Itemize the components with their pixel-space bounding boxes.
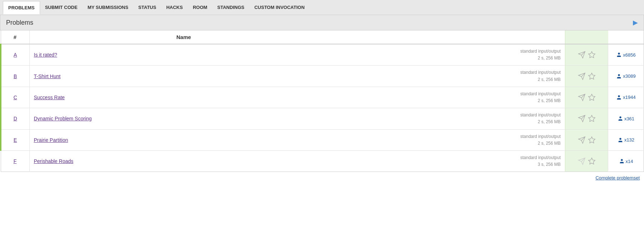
problem-id-link-e[interactable]: E bbox=[14, 137, 17, 143]
col-header-actions bbox=[565, 30, 608, 44]
problem-solvers-a: x6856 bbox=[608, 44, 644, 66]
nav-item-custom-invocation[interactable]: CUSTOM INVOCATION bbox=[249, 1, 309, 14]
problem-meta-b: standard input/output2 s, 256 MB bbox=[338, 66, 565, 87]
problem-meta-c: standard input/output2 s, 256 MB bbox=[338, 87, 565, 108]
problem-meta-d: standard input/output2 s, 256 MB bbox=[338, 108, 565, 129]
nav-bar: PROBLEMSSUBMIT CODEMY SUBMISSIONSSTATUSH… bbox=[0, 0, 644, 15]
problems-title: Problems bbox=[6, 19, 33, 27]
star-icon-b[interactable] bbox=[588, 72, 596, 80]
problem-solvers-b: x3089 bbox=[608, 66, 644, 87]
problem-id-link-b[interactable]: B bbox=[14, 73, 17, 79]
problem-name-link-c[interactable]: Success Rate bbox=[34, 95, 65, 100]
solver-link-b[interactable]: x3089 bbox=[613, 73, 639, 79]
star-icon-f[interactable] bbox=[588, 157, 596, 165]
user-icon-b bbox=[616, 73, 622, 79]
col-header-meta bbox=[338, 30, 565, 44]
problem-actions-f bbox=[565, 150, 608, 172]
solver-count-a: x6856 bbox=[623, 52, 635, 58]
table-row: BT-Shirt Huntstandard input/output2 s, 2… bbox=[1, 66, 644, 87]
svg-point-19 bbox=[619, 138, 621, 140]
send-icon-e[interactable] bbox=[578, 136, 586, 144]
problem-id-link-a[interactable]: A bbox=[14, 52, 17, 58]
svg-marker-2 bbox=[588, 52, 595, 58]
problems-header: Problems ▶ bbox=[0, 15, 644, 30]
col-header-solvers bbox=[608, 30, 644, 44]
svg-point-23 bbox=[621, 159, 623, 161]
nav-item-my-submissions[interactable]: MY SUBMISSIONS bbox=[83, 1, 133, 14]
solver-count-b: x3089 bbox=[623, 73, 635, 79]
svg-point-3 bbox=[618, 53, 620, 54]
problem-actions-a bbox=[565, 44, 608, 66]
problem-actions-d bbox=[565, 108, 608, 129]
user-icon-c bbox=[616, 95, 622, 100]
table-row: FPerishable Roadsstandard input/output3 … bbox=[1, 150, 644, 172]
problem-solvers-e: x132 bbox=[608, 129, 644, 150]
svg-point-11 bbox=[618, 95, 620, 97]
problem-id-link-d[interactable]: D bbox=[14, 116, 17, 121]
table-row: CSuccess Ratestandard input/output2 s, 2… bbox=[1, 87, 644, 108]
complete-problemset-link[interactable]: Complete problemset bbox=[595, 175, 640, 181]
solver-count-c: x1944 bbox=[623, 95, 635, 100]
problem-actions-b bbox=[565, 66, 608, 87]
nav-item-standings[interactable]: STANDINGS bbox=[212, 1, 249, 14]
problem-solvers-c: x1944 bbox=[608, 87, 644, 108]
solver-link-a[interactable]: x6856 bbox=[613, 52, 639, 58]
problem-solvers-d: x361 bbox=[608, 108, 644, 129]
problem-name-link-a[interactable]: Is it rated? bbox=[34, 52, 57, 58]
problem-meta-e: standard input/output2 s, 256 MB bbox=[338, 129, 565, 150]
problem-id-link-c[interactable]: C bbox=[14, 95, 17, 100]
table-row: DDynamic Problem Scoringstandard input/o… bbox=[1, 108, 644, 129]
star-icon-a[interactable] bbox=[588, 51, 596, 59]
solver-link-d[interactable]: x361 bbox=[613, 116, 639, 121]
problem-id-link-f[interactable]: F bbox=[14, 158, 17, 164]
send-icon-a[interactable] bbox=[578, 51, 586, 59]
problem-name-link-b[interactable]: T-Shirt Hunt bbox=[34, 73, 61, 79]
star-icon-d[interactable] bbox=[588, 115, 596, 123]
header-arrow-icon[interactable]: ▶ bbox=[633, 19, 638, 27]
col-header-name: Name bbox=[29, 30, 338, 44]
problems-table: # Name AIs it rated?standard input/outpu… bbox=[0, 30, 644, 172]
nav-item-submit-code[interactable]: SUBMIT CODE bbox=[40, 1, 83, 14]
user-icon-d bbox=[618, 116, 623, 121]
nav-item-hacks[interactable]: HACKS bbox=[161, 1, 188, 14]
svg-marker-14 bbox=[588, 115, 595, 121]
table-row: AIs it rated?standard input/output2 s, 2… bbox=[1, 44, 644, 66]
table-row: EPrairie Partitionstandard input/output2… bbox=[1, 129, 644, 150]
nav-item-problems[interactable]: PROBLEMS bbox=[3, 1, 40, 14]
nav-item-room[interactable]: ROOM bbox=[188, 1, 212, 14]
svg-marker-10 bbox=[588, 94, 595, 100]
solver-count-f: x14 bbox=[626, 159, 633, 164]
star-icon-e[interactable] bbox=[588, 136, 596, 144]
problem-meta-f: standard input/output3 s, 256 MB bbox=[338, 150, 565, 172]
nav-item-status[interactable]: STATUS bbox=[133, 1, 161, 14]
star-icon-c[interactable] bbox=[588, 93, 596, 101]
main-container: Problems ▶ # Name AIs it rated?standard … bbox=[0, 15, 644, 183]
problem-solvers-f: x14 bbox=[608, 150, 644, 172]
problem-name-link-e[interactable]: Prairie Partition bbox=[34, 137, 68, 143]
problem-actions-e bbox=[565, 129, 608, 150]
problem-actions-c bbox=[565, 87, 608, 108]
send-icon-b[interactable] bbox=[578, 72, 586, 80]
user-icon-e bbox=[618, 137, 623, 143]
solver-count-d: x361 bbox=[624, 116, 634, 121]
col-header-hash: # bbox=[1, 30, 29, 44]
solver-link-f[interactable]: x14 bbox=[613, 158, 639, 164]
solver-link-e[interactable]: x132 bbox=[613, 137, 639, 143]
send-icon-d[interactable] bbox=[578, 115, 586, 123]
problem-name-link-f[interactable]: Perishable Roads bbox=[34, 158, 74, 164]
svg-marker-22 bbox=[588, 158, 595, 164]
solver-link-c[interactable]: x1944 bbox=[613, 95, 639, 100]
problem-meta-a: standard input/output2 s, 256 MB bbox=[338, 44, 565, 66]
user-icon-a bbox=[616, 52, 622, 58]
svg-marker-6 bbox=[588, 73, 595, 79]
svg-point-7 bbox=[618, 74, 620, 76]
solver-count-e: x132 bbox=[624, 137, 634, 143]
send-icon-c[interactable] bbox=[578, 93, 586, 101]
send-icon-f[interactable] bbox=[578, 157, 586, 165]
svg-marker-18 bbox=[588, 137, 595, 143]
user-icon-f bbox=[619, 158, 625, 164]
complete-problemset-container: Complete problemset bbox=[0, 172, 644, 183]
problem-name-link-d[interactable]: Dynamic Problem Scoring bbox=[34, 116, 92, 121]
svg-point-15 bbox=[619, 116, 621, 118]
